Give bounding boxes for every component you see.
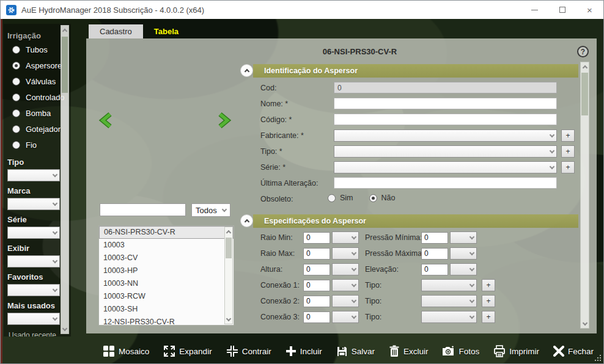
- list-item[interactable]: 12-NSI-PRS30-CV-R: [99, 316, 234, 326]
- close-button[interactable]: ×: [576, 1, 603, 19]
- spec-right-label: Tipo:: [365, 313, 421, 321]
- spec-right-unit-select[interactable]: [450, 231, 477, 244]
- spec-left-input[interactable]: [303, 296, 330, 307]
- scroll-down-icon[interactable]: [225, 315, 232, 324]
- excluir-button[interactable]: Excluir: [389, 345, 429, 357]
- list-filter-select[interactable]: Todos: [191, 203, 230, 217]
- add-connection-type-button[interactable]: +: [482, 279, 495, 291]
- sidebar-filter-select[interactable]: [7, 227, 60, 239]
- spec-right-unit-select[interactable]: [450, 247, 477, 260]
- list-scrollbar[interactable]: [224, 227, 233, 324]
- radio-nao-icon[interactable]: [369, 194, 377, 202]
- tab-tabela[interactable]: Tabela: [143, 24, 190, 38]
- add-tipo-button[interactable]: +: [561, 145, 575, 158]
- spec-left-unit-select[interactable]: [332, 311, 359, 323]
- fabricante-select[interactable]: [334, 129, 557, 142]
- list-item[interactable]: 10003-CV: [99, 252, 234, 264]
- spec-right-label: Elevação:: [365, 265, 421, 274]
- add-serie-button[interactable]: +: [561, 161, 575, 173]
- scrollbar-thumb[interactable]: [62, 37, 68, 93]
- scroll-up-icon[interactable]: [581, 62, 589, 71]
- contract-icon: [226, 345, 238, 357]
- record-panel: 06-NSI-PRS30-CV-R ?: [86, 38, 597, 333]
- scroll-up-icon[interactable]: [225, 227, 232, 236]
- sidebar-category[interactable]: Gotejador: [6, 121, 60, 137]
- sidebar-category[interactable]: Fio: [6, 137, 60, 153]
- next-image-button[interactable]: [216, 112, 232, 129]
- sidebar-filter-label: Exibir: [7, 244, 60, 253]
- search-input[interactable]: [100, 204, 200, 216]
- ultima-alteracao-field[interactable]: [334, 177, 557, 189]
- codigo-field[interactable]: [334, 114, 557, 125]
- spec-left-input[interactable]: [303, 248, 330, 260]
- spec-left-input[interactable]: [303, 311, 330, 323]
- sidebar-scrollbar[interactable]: [61, 25, 69, 334]
- spec-type-select[interactable]: [421, 279, 477, 291]
- nome-field[interactable]: [334, 98, 557, 109]
- spec-right-unit-select[interactable]: [450, 263, 477, 275]
- tipo-select[interactable]: [334, 145, 557, 158]
- salvar-button[interactable]: Salvar: [336, 346, 375, 357]
- help-icon[interactable]: ?: [577, 46, 589, 57]
- scroll-down-icon[interactable]: [581, 319, 589, 328]
- scrollbar-thumb[interactable]: [581, 73, 588, 115]
- spec-type-select[interactable]: [421, 295, 477, 307]
- scroll-down-icon[interactable]: [61, 325, 68, 333]
- list-item[interactable]: 10003: [99, 239, 234, 252]
- serie-select[interactable]: [334, 161, 557, 173]
- sidebar-filter-select[interactable]: [7, 255, 60, 268]
- minimize-button[interactable]: [521, 1, 548, 19]
- scrollbar-thumb[interactable]: [226, 238, 232, 258]
- spec-left-unit-select[interactable]: [332, 295, 359, 307]
- sidebar-category[interactable]: Válvulas: [6, 73, 60, 89]
- resize-grip[interactable]: [594, 354, 602, 362]
- add-connection-type-button[interactable]: +: [482, 295, 495, 307]
- imprimir-button[interactable]: Imprimir: [493, 345, 539, 357]
- sidebar-category[interactable]: Bomba: [6, 105, 60, 121]
- list-item[interactable]: 10003-SH: [99, 303, 234, 316]
- previous-image-button[interactable]: [98, 112, 114, 129]
- fotos-button[interactable]: Fotos: [442, 346, 479, 357]
- sidebar-filter-label: Mais usados: [7, 301, 60, 310]
- list-item[interactable]: 06-NSI-PRS30-CV-R: [99, 226, 234, 239]
- spec-right-input[interactable]: [421, 248, 448, 260]
- list-item[interactable]: 10003-HP: [99, 264, 234, 277]
- tab-cadastro[interactable]: Cadastro: [89, 24, 143, 38]
- fechar-button[interactable]: Fechar: [553, 346, 594, 357]
- mosaico-button[interactable]: Mosaico: [103, 345, 149, 357]
- sidebar-filter-select[interactable]: [7, 169, 60, 181]
- spec-left-unit-select[interactable]: [332, 263, 359, 275]
- sidebar-filter-select[interactable]: [7, 284, 60, 296]
- spec-right-input[interactable]: [421, 264, 448, 275]
- contrair-button[interactable]: Contrair: [226, 345, 271, 357]
- scroll-up-icon[interactable]: [61, 26, 68, 34]
- sidebar-category[interactable]: Controlado: [6, 89, 60, 105]
- spec-left-input[interactable]: [303, 232, 330, 244]
- add-connection-type-button[interactable]: +: [482, 311, 495, 323]
- sidebar-category[interactable]: Aspersores: [6, 57, 60, 73]
- radio-sim-icon[interactable]: [328, 194, 336, 202]
- list-item[interactable]: 10003-RCW: [99, 290, 234, 303]
- sidebar-category[interactable]: Tubos: [6, 42, 60, 57]
- spec-right-label: Tipo:: [365, 281, 421, 289]
- maximize-button[interactable]: [548, 1, 576, 19]
- chevron-up-icon: [244, 69, 249, 74]
- tipo-label: Tipo: *: [260, 147, 282, 156]
- form-scrollbar[interactable]: [580, 62, 589, 329]
- sidebar-filter-select[interactable]: [7, 198, 60, 210]
- spec-left-unit-select[interactable]: [332, 247, 359, 260]
- serie-label: Série: *: [260, 163, 285, 172]
- incluir-button[interactable]: Incluir: [285, 346, 322, 357]
- spec-left-unit-select[interactable]: [332, 231, 359, 244]
- collapse-section-button[interactable]: [240, 64, 253, 77]
- add-fabricante-button[interactable]: +: [561, 129, 575, 142]
- sidebar-filter-select[interactable]: [7, 313, 60, 325]
- spec-right-input[interactable]: [421, 232, 448, 244]
- expandir-button[interactable]: Expandir: [163, 345, 212, 357]
- spec-left-input[interactable]: [303, 264, 330, 275]
- collapse-section-button[interactable]: [240, 214, 253, 227]
- spec-left-input[interactable]: [303, 280, 330, 291]
- spec-left-unit-select[interactable]: [332, 279, 359, 291]
- spec-type-select[interactable]: [421, 311, 477, 323]
- list-item[interactable]: 10003-NN: [99, 277, 234, 290]
